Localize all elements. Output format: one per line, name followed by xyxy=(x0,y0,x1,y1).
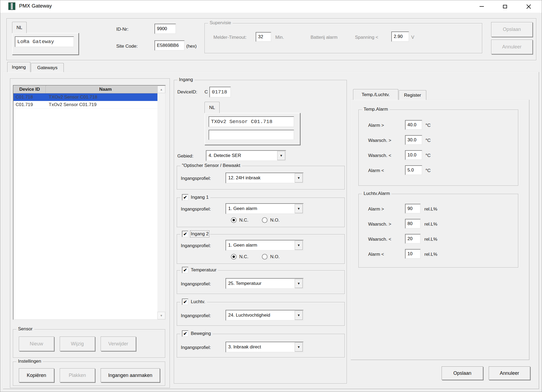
luchtv-alarm-low-input[interactable] xyxy=(405,249,421,259)
ingang1-checkbox[interactable]: ✔ xyxy=(182,194,188,201)
temp-unit: °C xyxy=(425,153,431,158)
plakken-button[interactable]: Plakken xyxy=(60,368,95,382)
temp-unit: °C xyxy=(425,138,431,143)
temp-unit: °C xyxy=(425,123,431,128)
profile-label: Ingangsprofiel: xyxy=(181,206,211,212)
close-button[interactable] xyxy=(519,0,539,13)
header-lang-tab-label: NL xyxy=(16,25,22,30)
header-cancel-button[interactable]: Annuleer xyxy=(491,40,533,54)
ingang1-no-radio[interactable] xyxy=(262,217,268,223)
nieuw-label: Nieuw xyxy=(30,341,43,347)
temp-alarm-low-input[interactable] xyxy=(405,165,422,175)
ingang2-nc-radio[interactable] xyxy=(231,254,237,260)
device-id-input[interactable] xyxy=(209,87,231,97)
temperatuur-dropdown-button[interactable]: ▼ xyxy=(295,279,303,288)
temperatuur-profile-select[interactable]: 25. Temperatuur ▼ xyxy=(226,278,304,289)
temperatuur-profile-value: 25. Temperatuur xyxy=(226,279,294,288)
id-nr-input[interactable] xyxy=(154,24,176,34)
ingang2-dropdown-button[interactable]: ▼ xyxy=(295,241,303,250)
tab-ingang[interactable]: Ingang xyxy=(7,62,30,72)
header-save-button[interactable]: Opslaan xyxy=(491,22,533,37)
temperatuur-group: ✔ Temperatuur Ingangsprofiel: 25. Temper… xyxy=(177,270,345,294)
minimize-icon xyxy=(480,6,484,7)
gebied-select[interactable]: 4. Detectie SER ▼ xyxy=(206,150,286,161)
optischer-profile-value: 12. 24H inbraak xyxy=(226,173,294,183)
save-button[interactable]: Opslaan xyxy=(442,366,483,380)
device-row[interactable]: C01.719 TxOv2 Sensor C01.719 xyxy=(13,101,165,108)
spanning-input[interactable] xyxy=(391,32,409,42)
optischer-profile-select[interactable]: 12. 24H inbraak ▼ xyxy=(226,173,304,183)
luchtv-alarm-high-input[interactable] xyxy=(405,204,421,214)
profile-label: Ingangsprofiel: xyxy=(181,313,211,318)
ingang2-profile-select[interactable]: 1. Geen alarm ▼ xyxy=(226,240,304,251)
verwijder-button[interactable]: Verwijder xyxy=(101,337,136,351)
ingang1-nc-radio[interactable] xyxy=(231,217,237,223)
header-lang-tab[interactable]: NL xyxy=(12,22,27,33)
optischer-sensor-title: "Optischer Sensor / Bewaakt xyxy=(180,163,242,168)
gateway-name-input[interactable] xyxy=(15,36,74,47)
luchtv-warn-low-input[interactable] xyxy=(405,234,421,244)
temp-alarm-high-input[interactable] xyxy=(405,120,422,130)
column-device-id[interactable]: Device ID xyxy=(13,86,46,93)
column-naam[interactable]: Naam xyxy=(46,86,165,93)
maximize-button[interactable] xyxy=(495,0,515,13)
ingang-detail-title: Ingang xyxy=(177,77,195,82)
kopieren-button[interactable]: Kopiëren xyxy=(19,368,54,382)
profile-label: Ingangsprofiel: xyxy=(181,281,211,287)
cancel-button[interactable]: Annuleer xyxy=(489,366,530,380)
scroll-up-button[interactable]: ▲ xyxy=(157,86,165,93)
ingang1-dropdown-button[interactable]: ▼ xyxy=(295,204,303,213)
temp-warn-low-input[interactable] xyxy=(405,150,422,160)
ingang-detail-group: Ingang DeviceID: C NL Gebied: 4. Detecti… xyxy=(174,80,347,384)
tab-ingang-label: Ingang xyxy=(12,65,26,70)
luchtv-alarm-group: Luchtv.Alarm Alarm > rel.L% Waarsch. > r… xyxy=(358,194,518,268)
scroll-down-button[interactable]: ▼ xyxy=(157,312,165,319)
header-save-label: Opslaan xyxy=(503,27,521,32)
device-row-selected[interactable]: C01.718 TXOv2 Sensor C01.718 xyxy=(13,93,165,101)
ingang1-profile-select[interactable]: 1. Geen alarm ▼ xyxy=(226,203,304,214)
tab-temp-luchtv[interactable]: Temp./Luchtv. xyxy=(353,89,398,100)
luchtv-profile-value: 24. Luchtvochtigheid xyxy=(226,310,294,320)
dropdown-arrow-icon: ▼ xyxy=(297,207,300,211)
sensor-name-input-2[interactable] xyxy=(209,130,294,140)
site-code-input[interactable] xyxy=(154,40,185,51)
luchtv-dropdown-button[interactable]: ▼ xyxy=(295,311,303,320)
device-id-prefix: C xyxy=(205,89,208,95)
tab-gateways[interactable]: Gateways xyxy=(31,63,64,72)
luchtv-unit: rel.L% xyxy=(424,237,437,242)
luchtv-profile-select[interactable]: 24. Luchtvochtigheid ▼ xyxy=(226,310,304,321)
temperatuur-checkbox[interactable]: ✔ xyxy=(182,267,188,273)
ingang2-checkbox[interactable]: ✔ xyxy=(182,231,188,237)
ingang2-profile-value: 1. Geen alarm xyxy=(226,240,294,250)
gebied-dropdown-button[interactable]: ▼ xyxy=(277,151,285,160)
optischer-dropdown-button[interactable]: ▼ xyxy=(295,173,303,183)
minimize-button[interactable] xyxy=(472,0,492,13)
wijzig-button[interactable]: Wijzig xyxy=(60,337,95,351)
ingangen-aanmaken-button[interactable]: Ingangen aanmaken xyxy=(101,368,160,382)
close-icon xyxy=(526,4,531,9)
luchtv-checkbox[interactable]: ✔ xyxy=(182,299,188,305)
dropdown-arrow-icon: ▼ xyxy=(297,345,300,349)
device-list-scrollbar[interactable]: ▲ ▼ xyxy=(157,86,165,319)
beweging-profile-select[interactable]: 3. Inbraak direct ▼ xyxy=(226,342,304,352)
melder-timeout-input[interactable] xyxy=(256,32,271,42)
ingang-lang-tab[interactable]: NL xyxy=(205,102,220,113)
instellingen-group-title: Instellingen xyxy=(16,359,43,364)
dropdown-arrow-icon: ▼ xyxy=(280,154,283,158)
beweging-dropdown-button[interactable]: ▼ xyxy=(295,342,303,352)
site-code-suffix: (hex) xyxy=(186,44,197,49)
device-list[interactable]: Device ID Naam C01.718 TXOv2 Sensor C01.… xyxy=(13,85,166,320)
nieuw-button[interactable]: Nieuw xyxy=(19,337,54,351)
profile-label: Ingangsprofiel: xyxy=(181,243,211,248)
tab-register[interactable]: Register xyxy=(399,90,426,100)
ingang1-profile-value: 1. Geen alarm xyxy=(226,204,294,214)
sensor-name-input[interactable] xyxy=(209,116,294,127)
beweging-group: ✔ Beweging Ingangsprofiel: 3. Inbraak di… xyxy=(177,334,345,358)
beweging-checkbox[interactable]: ✔ xyxy=(182,330,188,337)
ingang2-no-radio[interactable] xyxy=(262,254,268,260)
kopieren-label: Kopiëren xyxy=(27,373,46,378)
spanning-label: Spanning < xyxy=(355,35,378,40)
luchtv-warn-high-input[interactable] xyxy=(405,219,421,229)
temp-warn-high-input[interactable] xyxy=(405,135,422,145)
dropdown-arrow-icon: ▼ xyxy=(297,282,300,285)
